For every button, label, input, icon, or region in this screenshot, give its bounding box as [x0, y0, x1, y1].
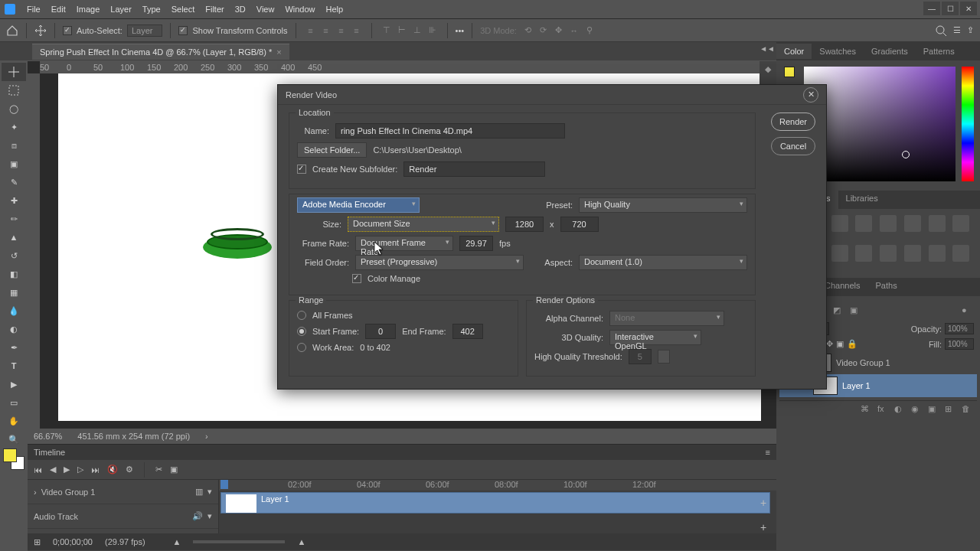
document-tab-close-icon[interactable]: × — [276, 47, 281, 57]
menu-edit[interactable]: Edit — [46, 5, 71, 14]
end-frame-input[interactable] — [452, 324, 483, 339]
adjustment-icon[interactable] — [929, 245, 946, 262]
start-frame-radio[interactable] — [297, 327, 306, 336]
layer-filter-icon[interactable]: ▣ — [850, 305, 862, 318]
height-input[interactable] — [560, 217, 599, 232]
all-frames-radio[interactable] — [297, 311, 306, 320]
tab-swatches[interactable]: Swatches — [812, 44, 864, 59]
tab-gradients[interactable]: Gradients — [864, 44, 916, 59]
collapsed-panel-icon[interactable]: ◆ — [761, 64, 775, 78]
more-options-icon[interactable]: ••• — [456, 26, 465, 35]
pen-tool[interactable]: ✒ — [2, 338, 26, 357]
current-color-swatch[interactable] — [784, 67, 795, 77]
zoom-slider[interactable] — [193, 540, 285, 543]
group-layers-icon[interactable]: ▣ — [928, 404, 940, 416]
hue-slider[interactable] — [962, 67, 974, 181]
adjustment-icon[interactable] — [855, 245, 872, 262]
tab-color[interactable]: Color — [776, 44, 812, 59]
align-justify-icon[interactable]: ≡ — [350, 24, 364, 37]
share-icon[interactable]: ⇪ — [967, 25, 974, 35]
window-close-icon[interactable]: ✕ — [960, 2, 977, 15]
create-subfolder-checkbox[interactable] — [297, 165, 306, 174]
mute-icon[interactable]: 🔇 — [107, 465, 118, 474]
adjustment-icon[interactable] — [952, 215, 969, 232]
foreground-background-swatches[interactable] — [3, 448, 24, 470]
adjustment-icon[interactable] — [831, 215, 848, 232]
fieldorder-dropdown[interactable]: Preset (Progressive) — [355, 255, 524, 270]
path-select-tool[interactable]: ▶ — [2, 375, 26, 393]
window-minimize-icon[interactable]: — — [923, 2, 940, 15]
link-layers-icon[interactable]: ⌘ — [861, 404, 873, 416]
dodge-tool[interactable]: ◐ — [2, 320, 26, 338]
zoom-in-icon[interactable]: ▲ — [297, 537, 305, 546]
menu-file[interactable]: File — [21, 5, 46, 14]
lock-artboard-icon[interactable]: ▣ — [836, 339, 844, 349]
adjustment-icon[interactable] — [904, 215, 921, 232]
menu-select[interactable]: Select — [166, 5, 201, 14]
dialog-close-icon[interactable]: ✕ — [803, 87, 818, 103]
marquee-tool[interactable] — [2, 81, 26, 99]
menu-image[interactable]: Image — [71, 5, 106, 14]
zoom-out-icon[interactable]: ▲ — [173, 537, 181, 546]
adjustment-icon[interactable] — [880, 215, 897, 232]
shape-tool[interactable]: ▭ — [2, 393, 26, 412]
size-dropdown[interactable]: Document Size — [348, 217, 499, 232]
zoom-level[interactable]: 66.67% — [34, 432, 62, 441]
fill-input[interactable] — [945, 338, 974, 350]
render-button[interactable]: Render — [771, 112, 815, 131]
tab-libraries[interactable]: Libraries — [838, 191, 886, 209]
framerate-dropdown[interactable]: Document Frame Rate — [355, 236, 453, 251]
timeline-tracks[interactable]: 02:00f 04:00f 06:00f 08:00f 10:00f 12:00… — [219, 480, 776, 533]
next-frame-icon[interactable]: ▷ — [77, 465, 83, 474]
dialog-titlebar[interactable]: Render Video ✕ — [278, 85, 826, 105]
align-right-icon[interactable]: ≡ — [335, 24, 348, 37]
timeline-menu-icon[interactable]: ≡ — [766, 448, 770, 457]
previous-frame-icon[interactable]: ◀ — [50, 465, 56, 474]
preset-dropdown[interactable]: High Quality — [579, 197, 747, 213]
auto-select-checkbox[interactable] — [63, 26, 72, 35]
align-left-icon[interactable]: ≡ — [304, 24, 318, 37]
track-menu-icon[interactable]: ▾ — [207, 511, 212, 521]
lasso-tool[interactable]: ◯ — [2, 99, 26, 118]
adjustment-layer-icon[interactable]: ◉ — [911, 404, 923, 416]
eraser-tool[interactable]: ◧ — [2, 265, 26, 283]
menu-3d[interactable]: 3D — [230, 5, 251, 14]
layer-mask-icon[interactable]: ◐ — [894, 404, 906, 416]
play-icon[interactable]: ▶ — [64, 465, 70, 474]
healing-tool[interactable]: ✚ — [2, 191, 26, 210]
show-transform-checkbox[interactable] — [178, 26, 188, 35]
layer-style-icon[interactable]: fx — [877, 404, 890, 416]
workspace-icon[interactable]: ☰ — [953, 25, 961, 35]
menu-window[interactable]: Window — [279, 5, 320, 14]
new-layer-icon[interactable]: ⊞ — [945, 404, 957, 416]
subfolder-name-input[interactable] — [403, 161, 545, 177]
menu-help[interactable]: Help — [321, 5, 349, 14]
tab-patterns[interactable]: Patterns — [916, 44, 962, 59]
adjustment-icon[interactable] — [929, 215, 946, 232]
menu-type[interactable]: Type — [137, 5, 166, 14]
align-center-h-icon[interactable]: ≡ — [319, 24, 333, 37]
time-ruler[interactable]: 02:00f 04:00f 06:00f 08:00f 10:00f 12:00… — [219, 480, 776, 491]
split-clip-icon[interactable]: ✂ — [155, 465, 162, 474]
start-frame-input[interactable] — [365, 324, 396, 339]
document-tab[interactable]: Spring Push Effect In Cinema 4D @ 66.7% … — [32, 44, 289, 60]
video-track-row[interactable]: › Video Group 1 ▥ ▾ — [28, 480, 218, 504]
home-icon[interactable] — [6, 24, 18, 37]
type-tool[interactable]: T — [2, 357, 26, 375]
status-flyout-icon[interactable]: › — [205, 432, 208, 441]
search-icon[interactable] — [935, 24, 947, 37]
delete-layer-icon[interactable]: 🗑 — [962, 404, 974, 416]
adjustment-icon[interactable] — [855, 215, 872, 232]
3d-quality-dropdown[interactable]: Interactive OpenGL — [609, 330, 701, 345]
lock-position-icon[interactable]: ✥ — [826, 339, 833, 349]
tab-paths[interactable]: Paths — [868, 278, 905, 296]
blur-tool[interactable]: 💧 — [2, 302, 26, 320]
track-menu-icon[interactable]: ▾ — [207, 487, 212, 497]
encoder-dropdown[interactable]: Adobe Media Encoder — [297, 197, 420, 213]
adjustment-icon[interactable] — [952, 245, 969, 262]
playhead[interactable] — [220, 480, 228, 489]
color-manage-checkbox[interactable] — [352, 274, 361, 283]
work-area-radio[interactable] — [297, 343, 306, 352]
adjustment-icon[interactable] — [904, 245, 921, 262]
video-clip[interactable]: Layer 1 — [220, 492, 770, 514]
